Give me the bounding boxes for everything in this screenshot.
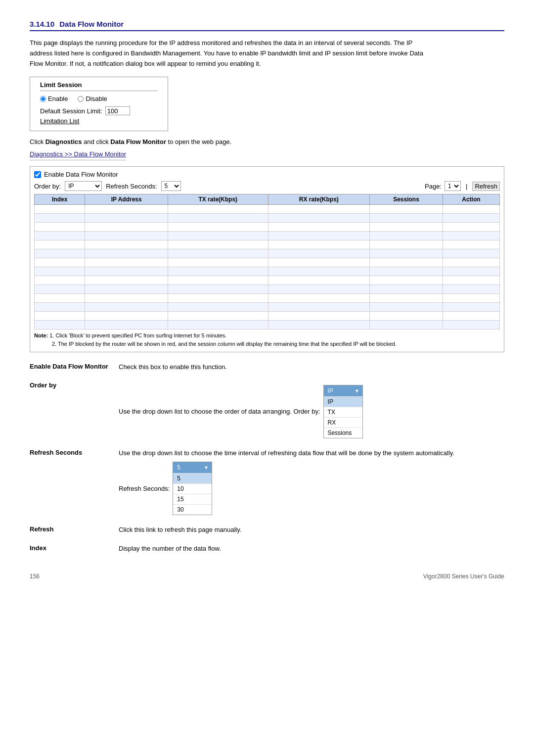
- table-cell: [85, 205, 168, 214]
- table-row: [35, 321, 500, 330]
- table-cell: [35, 312, 85, 321]
- table-row: [35, 258, 500, 267]
- table-cell: [168, 214, 268, 223]
- table-cell: [85, 294, 168, 303]
- table-cell: [268, 303, 370, 312]
- refresh-option-10[interactable]: 10: [173, 483, 212, 494]
- desc-term-enable: Enable Data Flow Monitor: [30, 362, 119, 371]
- order-by-dropdown-box[interactable]: IP ▾ IP TX RX Sessions: [323, 385, 363, 438]
- order-by-select[interactable]: IP TX RX Sessions: [65, 181, 102, 191]
- table-cell: [443, 240, 499, 249]
- table-cell: [268, 240, 370, 249]
- table-cell: [85, 258, 168, 267]
- table-cell: [85, 214, 168, 223]
- table-cell: [443, 276, 499, 285]
- breadcrumb[interactable]: Diagnostics >> Data Flow Monitor: [30, 150, 126, 160]
- monitor-panel: Enable Data Flow Monitor Order by: IP TX…: [30, 166, 504, 352]
- table-cell: [168, 294, 268, 303]
- order-option-ip[interactable]: IP: [324, 396, 362, 407]
- table-cell: [370, 223, 443, 232]
- table-row: [35, 312, 500, 321]
- limitation-list[interactable]: Limitation List: [40, 117, 158, 125]
- table-cell: [168, 276, 268, 285]
- note-item-1: 1. Click 'Block' to prevent specified PC…: [49, 332, 226, 338]
- table-cell: [168, 258, 268, 267]
- table-cell: [443, 249, 499, 258]
- table-row: [35, 232, 500, 240]
- table-cell: [85, 223, 168, 232]
- table-cell: [443, 312, 499, 321]
- refresh-button[interactable]: Refresh: [472, 182, 500, 191]
- disable-radio-label[interactable]: Disable: [78, 95, 107, 102]
- table-row: [35, 240, 500, 249]
- refresh-seconds-dropdown-top: 5 ▾: [173, 462, 212, 473]
- refresh-option-30[interactable]: 30: [173, 504, 212, 515]
- enable-radio-label[interactable]: Enable: [40, 95, 68, 102]
- table-cell: [268, 223, 370, 232]
- desc-def-enable: Check this box to enable this function.: [119, 362, 504, 372]
- col-ip: IP Address: [85, 194, 168, 205]
- enable-data-flow-checkbox[interactable]: [34, 171, 41, 178]
- table-cell: [168, 232, 268, 240]
- data-flow-table: Index IP Address TX rate(Kbps) RX rate(K…: [34, 194, 500, 330]
- table-row: [35, 267, 500, 276]
- refresh-seconds-select[interactable]: 5 10 15 30: [161, 181, 181, 191]
- desc-row-refresh: Refresh Click this link to refresh this …: [30, 525, 504, 535]
- desc-term-index: Index: [30, 544, 119, 553]
- table-cell: [370, 258, 443, 267]
- table-cell: [35, 276, 85, 285]
- limit-session-box: Limit Session Enable Disable Default Ses…: [30, 77, 168, 131]
- description-table: Enable Data Flow Monitor Check this box …: [30, 362, 504, 553]
- table-cell: [443, 321, 499, 330]
- table-cell: [35, 240, 85, 249]
- desc-row-orderby: Order by Use the drop down list to choos…: [30, 381, 504, 439]
- desc-row-enable: Enable Data Flow Monitor Check this box …: [30, 362, 504, 372]
- table-cell: [268, 321, 370, 330]
- desc-row-index: Index Display the number of the data flo…: [30, 544, 504, 554]
- table-cell: [35, 214, 85, 223]
- product-name: Vigor2800 Series User's Guide: [423, 573, 504, 580]
- order-by-dropdown-top: IP ▾: [324, 385, 362, 396]
- desc-def-refresh-seconds: Use the drop down list to choose the tim…: [119, 448, 504, 517]
- refresh-seconds-dropdown-box[interactable]: 5 ▾ 5 10 15 30: [173, 462, 212, 515]
- session-limit-input[interactable]: [105, 106, 130, 115]
- table-cell: [35, 321, 85, 330]
- table-cell: [370, 232, 443, 240]
- table-cell: [370, 312, 443, 321]
- footer: 156 Vigor2800 Series User's Guide: [30, 573, 504, 580]
- session-limit-row: Default Session Limit:: [40, 106, 158, 115]
- table-cell: [268, 232, 370, 240]
- table-cell: [268, 267, 370, 276]
- table-cell: [85, 303, 168, 312]
- enable-radio[interactable]: [40, 96, 46, 102]
- table-cell: [85, 249, 168, 258]
- table-cell: [268, 249, 370, 258]
- table-cell: [168, 312, 268, 321]
- table-cell: [443, 285, 499, 294]
- page-select[interactable]: 1: [445, 181, 461, 191]
- disable-radio[interactable]: [78, 96, 84, 102]
- table-cell: [85, 276, 168, 285]
- table-row: [35, 205, 500, 214]
- refresh-option-5[interactable]: 5: [173, 473, 212, 483]
- table-cell: [370, 303, 443, 312]
- intro-text: This page displays the running procedure…: [30, 38, 435, 69]
- refresh-seconds-dropdown-label: Refresh Seconds: 5 ▾ 5 10 15 30: [119, 462, 212, 515]
- order-option-sessions[interactable]: Sessions: [324, 427, 362, 438]
- table-cell: [370, 214, 443, 223]
- order-option-rx[interactable]: RX: [324, 417, 362, 427]
- table-cell: [35, 258, 85, 267]
- table-row: [35, 303, 500, 312]
- order-by-illustration: Order by: IP ▾ IP TX RX Sessions: [293, 385, 362, 439]
- refresh-option-15[interactable]: 15: [173, 494, 212, 504]
- table-row: [35, 285, 500, 294]
- table-cell: [168, 285, 268, 294]
- desc-def-index: Display the number of the data flow.: [119, 544, 504, 554]
- col-rx: RX rate(Kbps): [268, 194, 370, 205]
- table-cell: [168, 303, 268, 312]
- table-cell: [85, 267, 168, 276]
- table-cell: [268, 258, 370, 267]
- table-cell: [85, 232, 168, 240]
- order-option-tx[interactable]: TX: [324, 407, 362, 417]
- table-cell: [85, 312, 168, 321]
